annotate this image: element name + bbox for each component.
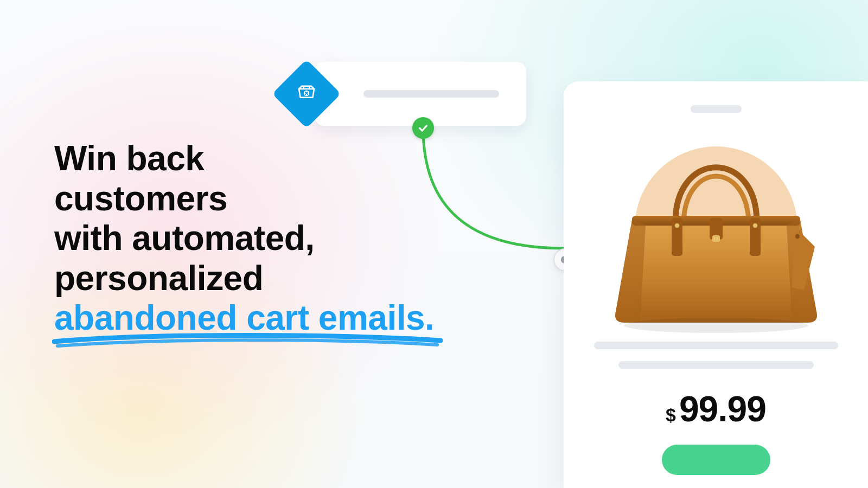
check-icon [412,117,434,139]
cta-button[interactable] [662,445,770,475]
underline-decoration [52,330,443,348]
placeholder-line [691,105,742,113]
price-value: 99.99 [679,388,766,429]
abandoned-cart-diamond [272,59,341,128]
headline-accent: abandoned cart emails. [54,298,434,338]
svg-rect-9 [712,235,720,242]
placeholder-line [363,90,499,98]
headline: Win back customers with automated, perso… [54,139,467,338]
automation-step-card [315,62,526,126]
headline-line-1: Win back [54,139,204,178]
handbag-illustration [602,119,830,336]
product-card: $ 99.99 [564,81,868,488]
product-image [602,125,830,331]
price-currency: $ [666,404,676,426]
product-price: $ 99.99 [666,388,766,429]
svg-point-11 [624,318,808,333]
svg-point-7 [753,223,757,228]
marketing-slide: Win back customers with automated, perso… [0,0,868,488]
placeholder-line [618,361,814,369]
abandoned-cart-icon [295,81,318,106]
svg-point-6 [675,223,679,228]
headline-line-4: personalized [54,259,263,298]
placeholder-line [594,342,838,349]
headline-line-2: customers [54,179,227,218]
headline-line-3: with automated, [54,219,315,258]
svg-point-10 [795,234,800,239]
